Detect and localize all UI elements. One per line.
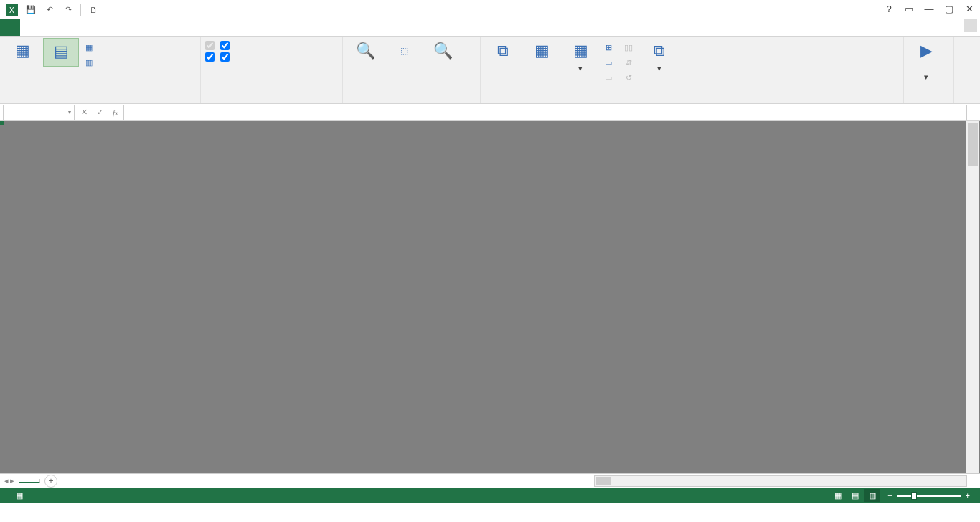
maximize-icon[interactable]: ▢ — [940, 0, 958, 17]
normal-view-icon[interactable]: ▦ — [830, 489, 846, 502]
sync-scroll-button: ⇵ — [621, 56, 639, 69]
gridlines-checkbox[interactable] — [205, 52, 217, 62]
macro-record-icon[interactable]: ▦ — [16, 491, 23, 500]
zoom-slider[interactable] — [897, 495, 961, 497]
add-sheet-button[interactable]: + — [44, 475, 57, 488]
fx-icon[interactable]: fx — [108, 105, 123, 120]
custom-views-button[interactable]: ▥ — [82, 56, 99, 69]
freeze-panes-button[interactable]: ▦ ▾ — [562, 38, 598, 74]
horizontal-scrollbar[interactable] — [594, 475, 967, 487]
sheet-tab[interactable] — [19, 479, 40, 483]
title-bar: X 💾 ↶ ↷ 🗋 ? ▭ — ▢ ✕ — [0, 0, 980, 19]
headings-checkbox[interactable] — [220, 52, 232, 62]
formulabar-checkbox[interactable] — [220, 41, 232, 50]
hide-button[interactable]: ▭ — [601, 56, 618, 69]
formula-input[interactable] — [123, 105, 967, 120]
ribbon-options-icon[interactable]: ▭ — [900, 0, 918, 17]
arrange-all-button[interactable]: ▦ — [524, 38, 560, 65]
sheet-tabs-bar: ◂▸ + — [0, 473, 980, 488]
zoom-in-button[interactable]: + — [966, 491, 970, 500]
ruler-checkbox — [205, 41, 217, 50]
pagelayout-view-icon[interactable]: ▤ — [847, 489, 863, 502]
avatar-icon — [964, 19, 977, 32]
pagebreak-view-icon[interactable]: ▥ — [864, 489, 880, 502]
sheet-nav[interactable]: ◂▸ — [0, 476, 19, 485]
ribbon: ▦ ▤ ▦ ▥ 🔍 ⬚ 🔍 — [0, 37, 980, 104]
close-icon[interactable]: ✕ — [960, 0, 979, 17]
zoom-selection-button[interactable]: 🔍 — [425, 38, 461, 65]
macros-button[interactable]: ▶▾ — [908, 38, 944, 82]
name-box[interactable] — [3, 105, 75, 120]
worksheet-area — [0, 121, 980, 473]
svg-text:X: X — [9, 6, 14, 14]
normal-view-button[interactable]: ▦ — [4, 38, 40, 65]
quick-access-toolbar: X 💾 ↶ ↷ 🗋 — [0, 2, 101, 18]
ribbon-tabs — [0, 19, 980, 37]
enter-icon[interactable]: ✓ — [92, 105, 108, 120]
login-area[interactable] — [960, 19, 977, 32]
unhide-button: ▭ — [601, 71, 618, 84]
split-button[interactable]: ⊞ — [601, 41, 618, 54]
switch-window-button[interactable]: ⧉ ▾ — [641, 38, 677, 74]
print-area-border — [0, 121, 3, 124]
side-by-side-button: ▯▯ — [621, 41, 639, 54]
reset-position-button: ↺ — [621, 71, 639, 84]
redo-icon[interactable]: ↷ — [60, 2, 76, 18]
excel-icon[interactable]: X — [4, 2, 20, 18]
vertical-scrollbar[interactable] — [966, 121, 979, 473]
tab-file[interactable] — [0, 19, 20, 36]
new-window-button[interactable]: ⧉ — [485, 38, 521, 65]
active-cell-outline — [0, 121, 3, 124]
zoom-out-button[interactable]: − — [887, 491, 892, 500]
zoom-100-button[interactable]: ⬚ — [386, 38, 422, 65]
cancel-icon[interactable]: ✕ — [76, 105, 92, 120]
minimize-icon[interactable]: — — [920, 0, 938, 17]
save-icon[interactable]: 💾 — [23, 2, 39, 18]
undo-icon[interactable]: ↶ — [42, 2, 57, 18]
page-layout-button[interactable]: ▦ — [82, 41, 99, 54]
new-doc-icon[interactable]: 🗋 — [85, 2, 101, 18]
help-icon[interactable]: ? — [880, 0, 898, 17]
pagebreak-view-button[interactable]: ▤ — [43, 38, 79, 67]
zoom-button[interactable]: 🔍 — [347, 38, 383, 65]
formula-bar: ✕ ✓ fx — [0, 104, 980, 121]
status-bar: ▦ ▦ ▤ ▥ − + — [0, 488, 980, 503]
